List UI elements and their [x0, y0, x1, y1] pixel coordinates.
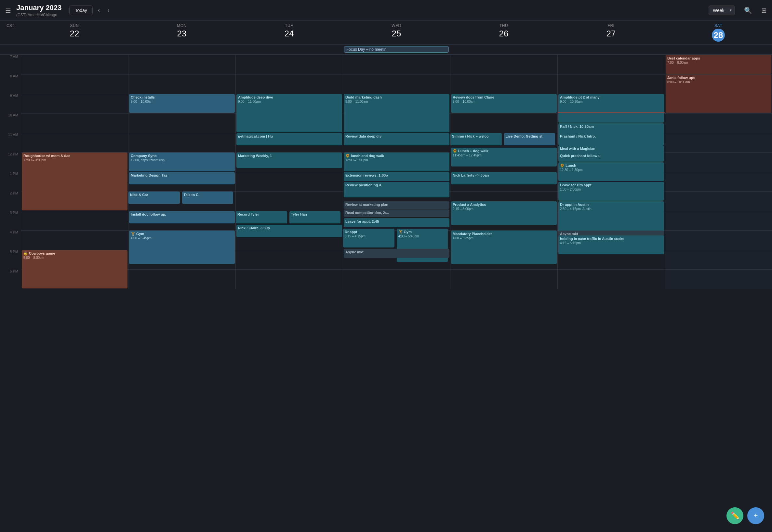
calendar-event[interactable]: Leave for appt, 2:45	[344, 218, 449, 227]
calendar-event[interactable]: Install doc follow up,	[129, 211, 235, 223]
day-num-fri: 27	[559, 29, 663, 39]
day-num-wed: 25	[344, 29, 449, 39]
search-icon[interactable]: 🔍	[744, 7, 752, 14]
next-arrow[interactable]: ›	[105, 6, 112, 15]
hour-label: 2 PM	[0, 191, 21, 211]
day-num-sun: 22	[22, 29, 127, 39]
calendar-event[interactable]: Simran / Nick – welco	[450, 133, 502, 145]
calendar-event[interactable]: 🏋️ Gym4:00 – 5:45pm	[129, 231, 235, 264]
calendar-header: ☰ January 2023 (CST) America/Chicago Tod…	[0, 0, 772, 21]
time-gutter: 7 AM8 AM9 AM10 AM11 AM12 PM1 PM2 PM3 PM4…	[0, 55, 21, 289]
day-header-tue: TUE 24	[235, 21, 343, 44]
hour-label: 1 PM	[0, 172, 21, 191]
calendar-event[interactable]: Roughhouse w/ mom & dad12:00 – 3:00pm	[22, 153, 127, 210]
hour-label: 4 PM	[0, 230, 21, 250]
day-name-mon: MON	[129, 23, 234, 28]
hour-label: 8 AM	[0, 74, 21, 94]
prev-arrow[interactable]: ‹	[95, 6, 102, 15]
day-col-fri: Amplitude pt 2 of many9:00 – 10:30amRaff…	[557, 55, 665, 289]
focus-sat	[665, 45, 772, 54]
day-col-mon: Check installs9:00 – 10:00amCompany Sync…	[128, 55, 235, 289]
calendar-event[interactable]: Dr appt3:15 – 4:15pm	[343, 229, 394, 247]
hour-label: 9 AM	[0, 94, 21, 113]
calendar-event[interactable]: Prashant / Nick Intro,	[558, 133, 664, 145]
focus-day-event[interactable]: Focus Day – no meetin	[344, 46, 449, 53]
calendar-event[interactable]: Review docs from Claire9:00 – 10:00am	[451, 94, 557, 113]
focus-thu	[450, 45, 557, 54]
calendar-event[interactable]: Review data deep div	[344, 133, 449, 145]
hour-label: 10 AM	[0, 113, 21, 133]
day-name-fri: FRI	[559, 23, 663, 28]
day-name-wed: WED	[344, 23, 449, 28]
day-name-sat: SAT	[666, 23, 771, 28]
calendar-event[interactable]: getmagical.com | Hu	[236, 133, 342, 145]
calendar-event[interactable]: Record Tyler	[236, 211, 287, 223]
calendar-event[interactable]: 🌻 Lunch + dog walk11:45am – 12:45pm	[451, 148, 557, 166]
calendar-event[interactable]: Nick & Car	[128, 192, 180, 204]
focus-tue	[235, 45, 343, 54]
day-header-sat: SAT 28	[665, 21, 772, 44]
day-col-sat: Best calendar apps7:00 – 8:00amJanie fol…	[665, 55, 772, 289]
hour-label: 6 PM	[0, 269, 21, 289]
day-header-fri: FRI 27	[557, 21, 665, 44]
hour-label: 3 PM	[0, 211, 21, 230]
today-button[interactable]: Today	[69, 6, 92, 15]
calendar-event[interactable]: Dr appt in Austin2:30 – 4:15pm Austin	[558, 201, 664, 235]
hour-label: 7 AM	[0, 55, 21, 74]
calendar-event[interactable]: Read competitor doc, 2:...	[344, 209, 449, 217]
calendar-event[interactable]: Tyler Han	[289, 211, 341, 223]
calendar-event[interactable]: Best calendar apps7:00 – 8:00am	[666, 55, 771, 74]
grid-body: 7 AM8 AM9 AM10 AM11 AM12 PM1 PM2 PM3 PM4…	[0, 55, 772, 289]
calendar-event[interactable]: Mandatory Placeholder4:00 – 5:35pm	[451, 231, 557, 264]
day-name-sun: SUN	[22, 23, 127, 28]
calendar-event[interactable]: Leave for Drs appt1:30 – 2:30pm	[558, 182, 664, 201]
calendar-event[interactable]: 🤠 Cowboys game5:00 – 8:00pm	[22, 250, 127, 288]
focus-sun	[21, 45, 128, 54]
calendar-event[interactable]: Talk to C	[182, 192, 233, 204]
calendar-event[interactable]: Nick Lafferty <> Joan	[451, 172, 557, 184]
day-num-mon: 23	[129, 29, 234, 39]
hour-label: 5 PM	[0, 250, 21, 269]
calendar-event[interactable]: Amplitude pt 2 of many9:00 – 10:30am	[558, 94, 664, 123]
menu-icon[interactable]: ☰	[5, 7, 11, 14]
focus-fri	[557, 45, 665, 54]
calendar-event[interactable]: Live Demo: Getting st	[504, 133, 555, 145]
day-header-mon: MON 23	[128, 21, 235, 44]
calendar-event[interactable]: holding in case traffic in Austin sucks4…	[558, 235, 664, 254]
focus-gutter	[0, 45, 21, 54]
cst-label: CST	[0, 21, 21, 31]
calendar-event[interactable]: Check installs9:00 – 10:00am	[129, 94, 235, 113]
view-selector-wrap[interactable]: Week Day Month	[709, 6, 735, 15]
calendar-event[interactable]: Quick prashant follow u	[558, 153, 664, 162]
add-fab[interactable]: +	[747, 507, 764, 524]
day-header-thu: THU 26	[450, 21, 557, 44]
calendar-event[interactable]: Amplitude deep dive9:00 – 11:00am	[236, 94, 342, 132]
time-grid-wrapper: 7 AM8 AM9 AM10 AM11 AM12 PM1 PM2 PM3 PM4…	[0, 55, 772, 289]
day-headers: CST SUN 22 MON 23 TUE 24 WED 25 THU 26 F…	[0, 21, 772, 45]
hour-label: 12 PM	[0, 152, 21, 172]
layout-icon[interactable]: ⊞	[761, 7, 767, 14]
calendar-event[interactable]: 🌻 lunch and dog walk12:00 – 1:00pm	[344, 153, 449, 171]
day-num-sat: 28	[712, 29, 725, 42]
calendar-event[interactable]: Product x Analytics2:15 – 3:00pm	[451, 201, 557, 225]
calendar-event[interactable]: Extension reviews, 1:00p	[344, 172, 449, 181]
calendar-event[interactable]: 🌻 Lunch12:30 – 1:30pm	[558, 162, 664, 181]
calendar-event[interactable]: Async mkt	[344, 249, 449, 258]
calendar-event[interactable]: Build marketing dash9:00 – 11:00am	[344, 94, 449, 132]
view-selector[interactable]: Week Day Month	[709, 6, 735, 15]
calendar-container: CST SUN 22 MON 23 TUE 24 WED 25 THU 26 F…	[0, 21, 772, 532]
calendar-event[interactable]: Marketing Design Tas	[129, 172, 235, 184]
time-grid-scroll[interactable]: 7 AM8 AM9 AM10 AM11 AM12 PM1 PM2 PM3 PM4…	[0, 55, 772, 532]
fab-area: ✏️ +	[726, 507, 764, 524]
calendar-event[interactable]: Review at marketing plan	[344, 201, 449, 209]
day-name-thu: THU	[451, 23, 556, 28]
calendar-event[interactable]: Review positioning &	[344, 182, 449, 197]
calendar-event[interactable]: Nick / Claire, 3:30p	[236, 225, 342, 237]
calendar-event[interactable]: Marketing Weekly, 1	[236, 153, 342, 168]
edit-fab[interactable]: ✏️	[726, 507, 743, 524]
calendar-event[interactable]: Company Sync12:00, https://zoom.us/j/...	[129, 153, 235, 171]
day-name-tue: TUE	[237, 23, 341, 28]
calendar-event[interactable]: Janie follow ups8:00 – 10:00am	[666, 74, 771, 113]
day-num-tue: 24	[237, 29, 341, 39]
day-header-wed: WED 25	[343, 21, 450, 44]
